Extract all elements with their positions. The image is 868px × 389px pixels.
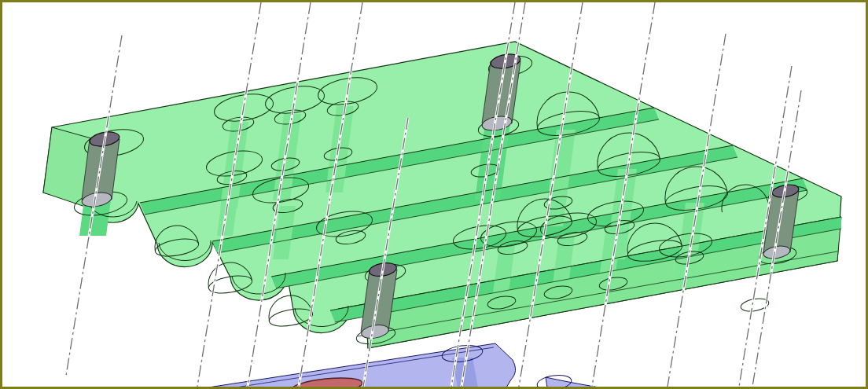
cad-3d-scene[interactable]	[0, 0, 868, 389]
cad-viewport[interactable]	[0, 0, 868, 389]
blue-plate[interactable]	[208, 343, 599, 387]
